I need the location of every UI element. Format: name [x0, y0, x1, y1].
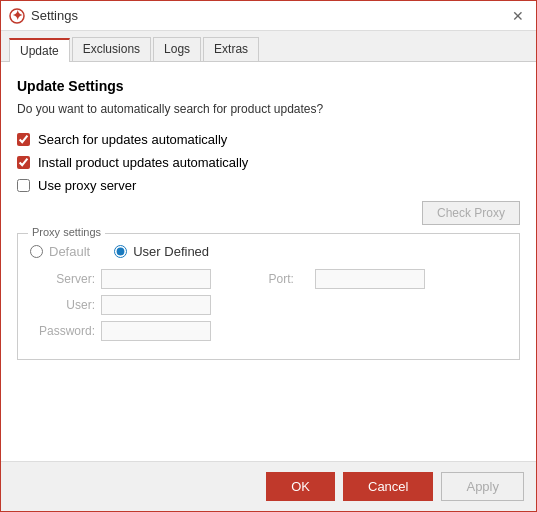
main-content: Update Settings Do you want to automatic… [1, 62, 536, 461]
fields-right: Port: [269, 269, 508, 347]
tabs-bar: Update Exclusions Logs Extras [1, 31, 536, 62]
tab-logs[interactable]: Logs [153, 37, 201, 61]
checkbox-proxy-label: Use proxy server [38, 178, 136, 193]
port-input[interactable] [315, 269, 425, 289]
app-icon: ✦ [9, 8, 25, 24]
checkbox-search-label: Search for updates automatically [38, 132, 227, 147]
checkbox-use-proxy[interactable] [17, 179, 30, 192]
radio-default[interactable] [30, 245, 43, 258]
port-label: Port: [269, 272, 309, 286]
section-title: Update Settings [17, 78, 520, 94]
proxy-fields: Server: User: Password: Port: [30, 269, 507, 347]
server-label: Server: [30, 272, 95, 286]
svg-text:✦: ✦ [12, 8, 23, 23]
checkbox-install-updates[interactable] [17, 156, 30, 169]
settings-window: ✦ Settings ✕ Update Exclusions Logs Extr… [0, 0, 537, 512]
checkbox-install-label: Install product updates automatically [38, 155, 248, 170]
server-row: Server: [30, 269, 269, 289]
checkbox-row-proxy: Use proxy server [17, 178, 520, 193]
check-proxy-button[interactable]: Check Proxy [422, 201, 520, 225]
section-description: Do you want to automatically search for … [17, 102, 520, 116]
password-input[interactable] [101, 321, 211, 341]
port-row: Port: [269, 269, 425, 289]
password-row: Password: [30, 321, 269, 341]
bottom-bar: OK Cancel Apply [1, 461, 536, 511]
checkbox-search-updates[interactable] [17, 133, 30, 146]
password-label: Password: [30, 324, 95, 338]
user-label: User: [30, 298, 95, 312]
proxy-settings-group: Proxy settings Default User Defined Serv… [17, 233, 520, 360]
tab-update[interactable]: Update [9, 38, 70, 62]
proxy-settings-label: Proxy settings [28, 226, 105, 238]
radio-user-defined-option[interactable]: User Defined [114, 244, 209, 259]
checkbox-row-search: Search for updates automatically [17, 132, 520, 147]
check-proxy-row: Check Proxy [17, 201, 520, 225]
tab-exclusions[interactable]: Exclusions [72, 37, 151, 61]
apply-button[interactable]: Apply [441, 472, 524, 501]
tab-extras[interactable]: Extras [203, 37, 259, 61]
user-row: User: [30, 295, 269, 315]
fields-left: Server: User: Password: [30, 269, 269, 347]
checkbox-row-install: Install product updates automatically [17, 155, 520, 170]
radio-row: Default User Defined [30, 244, 507, 259]
close-button[interactable]: ✕ [508, 6, 528, 26]
ok-button[interactable]: OK [266, 472, 335, 501]
title-bar: ✦ Settings ✕ [1, 1, 536, 31]
user-input[interactable] [101, 295, 211, 315]
window-title: Settings [31, 8, 508, 23]
server-input[interactable] [101, 269, 211, 289]
radio-user-defined[interactable] [114, 245, 127, 258]
radio-default-option[interactable]: Default [30, 244, 90, 259]
cancel-button[interactable]: Cancel [343, 472, 433, 501]
